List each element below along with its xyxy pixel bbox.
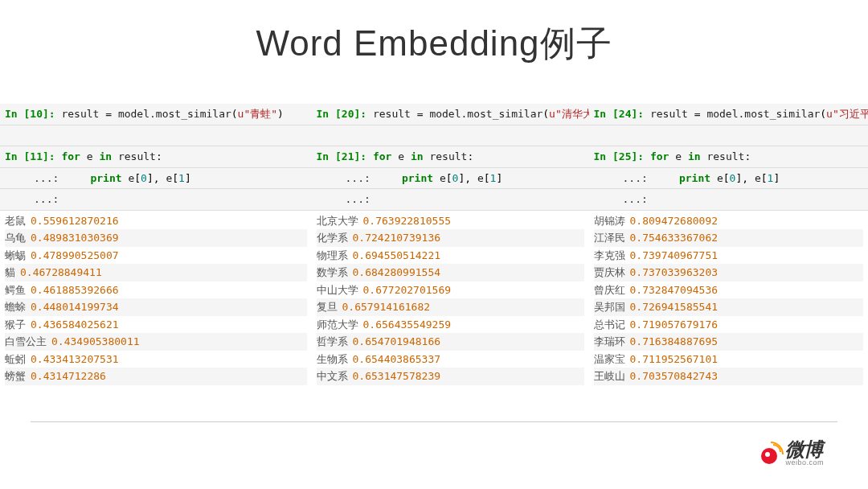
result-row: 猴子0.436584025621 bbox=[5, 316, 307, 334]
result-score: 0.461885392666 bbox=[31, 282, 119, 298]
result-score: 0.754633367062 bbox=[630, 230, 719, 246]
result-row: 曾庆红0.732847094536 bbox=[594, 281, 864, 299]
code-line-in1: In [24]: result = model.most_similar(u"习… bbox=[589, 104, 869, 125]
result-word: 吴邦国 bbox=[594, 299, 625, 315]
code-line-print: ...: print e[0], e[1] bbox=[589, 168, 869, 190]
result-row: 螃蟹0.4314712286 bbox=[5, 368, 307, 385]
result-word: 北京大学 bbox=[317, 213, 358, 229]
code-line-in2: In [25]: for e in result: bbox=[589, 146, 869, 168]
result-word: 曾庆红 bbox=[594, 282, 625, 298]
result-row: 吴邦国0.726941585541 bbox=[594, 298, 864, 316]
code-line-dots: ...: bbox=[0, 189, 312, 211]
panel-2: In [20]: result = model.most_similar(u"清… bbox=[312, 104, 589, 393]
result-row: 化学系0.724210739136 bbox=[317, 229, 584, 247]
result-score: 0.653147578239 bbox=[353, 368, 441, 384]
output-1: 老鼠0.559612870216乌龟0.489831030369蜥蜴0.4789… bbox=[0, 211, 312, 393]
code-line-print: ...: print e[0], e[1] bbox=[0, 168, 312, 190]
result-word: 螃蟹 bbox=[5, 368, 26, 384]
code-panels-container: In [10]: result = model.most_similar(u"青… bbox=[0, 104, 868, 393]
result-score: 0.559612870216 bbox=[31, 213, 119, 229]
result-score: 0.726941585541 bbox=[630, 299, 719, 315]
result-row: 中山大学0.677202701569 bbox=[317, 281, 584, 299]
result-row: 北京大学0.763922810555 bbox=[317, 212, 584, 230]
result-word: 物理系 bbox=[317, 248, 348, 264]
result-word: 李克强 bbox=[594, 248, 625, 264]
result-row: 总书记0.719057679176 bbox=[594, 316, 864, 334]
result-word: 猴子 bbox=[5, 317, 26, 333]
result-word: 貓 bbox=[5, 265, 15, 281]
result-score: 0.694550514221 bbox=[353, 248, 441, 264]
result-score: 0.654403865337 bbox=[353, 351, 441, 368]
result-score: 0.46728849411 bbox=[20, 265, 102, 281]
result-score: 0.719057679176 bbox=[630, 317, 719, 333]
result-score: 0.737033963203 bbox=[630, 265, 719, 281]
slide-title: Word Embedding例子 bbox=[0, 0, 868, 104]
result-word: 王岐山 bbox=[594, 368, 625, 384]
result-row: 貓0.46728849411 bbox=[5, 264, 307, 281]
result-row: 江泽民0.754633367062 bbox=[594, 229, 864, 247]
result-score: 0.489831030369 bbox=[31, 230, 119, 246]
result-word: 复旦 bbox=[317, 299, 338, 315]
result-word: 中山大学 bbox=[317, 282, 358, 298]
result-score: 0.711952567101 bbox=[630, 351, 719, 368]
result-score: 0.732847094536 bbox=[630, 282, 719, 298]
result-word: 江泽民 bbox=[594, 230, 625, 246]
result-row: 老鼠0.559612870216 bbox=[5, 212, 307, 230]
result-row: 温家宝0.711952567101 bbox=[594, 351, 864, 368]
result-word: 贾庆林 bbox=[594, 265, 625, 281]
output-3: 胡锦涛0.809472680092江泽民0.754633367062李克强0.7… bbox=[589, 211, 869, 393]
result-row: 胡锦涛0.809472680092 bbox=[594, 212, 864, 230]
code-line-in1: In [10]: result = model.most_similar(u"青… bbox=[0, 104, 312, 125]
code-line-spacer bbox=[0, 125, 312, 147]
result-score: 0.478990525007 bbox=[31, 248, 119, 264]
result-word: 蟾蜍 bbox=[5, 299, 26, 315]
result-row: 蜥蜴0.478990525007 bbox=[5, 247, 307, 265]
result-row: 蚯蚓0.433413207531 bbox=[5, 351, 307, 368]
result-score: 0.763922810555 bbox=[363, 213, 452, 229]
result-score: 0.809472680092 bbox=[630, 213, 719, 229]
result-row: 白雪公主0.434905380011 bbox=[5, 333, 307, 351]
result-score: 0.656435549259 bbox=[363, 317, 452, 333]
result-score: 0.433413207531 bbox=[31, 351, 119, 368]
code-line-dots: ...: bbox=[589, 189, 869, 211]
panel-3: In [24]: result = model.most_similar(u"习… bbox=[589, 104, 869, 393]
result-score: 0.436584025621 bbox=[31, 317, 119, 333]
result-row: 哲学系0.654701948166 bbox=[317, 333, 584, 351]
result-word: 白雪公主 bbox=[5, 334, 47, 350]
result-score: 0.703570842743 bbox=[630, 368, 719, 384]
result-score: 0.677202701569 bbox=[363, 282, 452, 298]
result-word: 蚯蚓 bbox=[5, 351, 26, 368]
result-score: 0.739740967751 bbox=[630, 248, 719, 264]
result-score: 0.448014199734 bbox=[31, 299, 119, 315]
result-row: 数学系0.684280991554 bbox=[317, 264, 584, 281]
result-row: 王岐山0.703570842743 bbox=[594, 368, 864, 385]
result-row: 李瑞环0.716384887695 bbox=[594, 333, 864, 351]
result-row: 师范大学0.656435549259 bbox=[317, 316, 584, 334]
result-word: 乌龟 bbox=[5, 230, 26, 246]
p1-in2: 11 bbox=[30, 150, 43, 162]
code-line-spacer bbox=[312, 125, 589, 147]
result-row: 物理系0.694550514221 bbox=[317, 247, 584, 265]
result-row: 复旦0.657914161682 bbox=[317, 298, 584, 316]
panel-1: In [10]: result = model.most_similar(u"青… bbox=[0, 104, 312, 393]
result-word: 师范大学 bbox=[317, 317, 358, 333]
weibo-logo: 微博 weibo.com bbox=[761, 440, 824, 466]
weibo-icon bbox=[761, 443, 782, 464]
result-row: 中文系0.653147578239 bbox=[317, 368, 584, 385]
result-score: 0.657914161682 bbox=[342, 299, 431, 315]
result-row: 乌龟0.489831030369 bbox=[5, 229, 307, 247]
code-line-in1: In [20]: result = model.most_similar(u"清… bbox=[312, 104, 589, 125]
result-word: 温家宝 bbox=[594, 351, 625, 368]
result-word: 老鼠 bbox=[5, 213, 26, 229]
logo-cn-text: 微博 bbox=[785, 440, 824, 459]
result-word: 胡锦涛 bbox=[594, 213, 625, 229]
result-word: 生物系 bbox=[317, 351, 348, 368]
divider-line bbox=[31, 421, 837, 422]
result-word: 蜥蜴 bbox=[5, 248, 26, 264]
result-score: 0.684280991554 bbox=[353, 265, 441, 281]
result-row: 生物系0.654403865337 bbox=[317, 351, 584, 368]
result-word: 总书记 bbox=[594, 317, 625, 333]
result-word: 鳄鱼 bbox=[5, 282, 26, 298]
result-word: 李瑞环 bbox=[594, 334, 625, 350]
code-line-print: ...: print e[0], e[1] bbox=[312, 168, 589, 190]
